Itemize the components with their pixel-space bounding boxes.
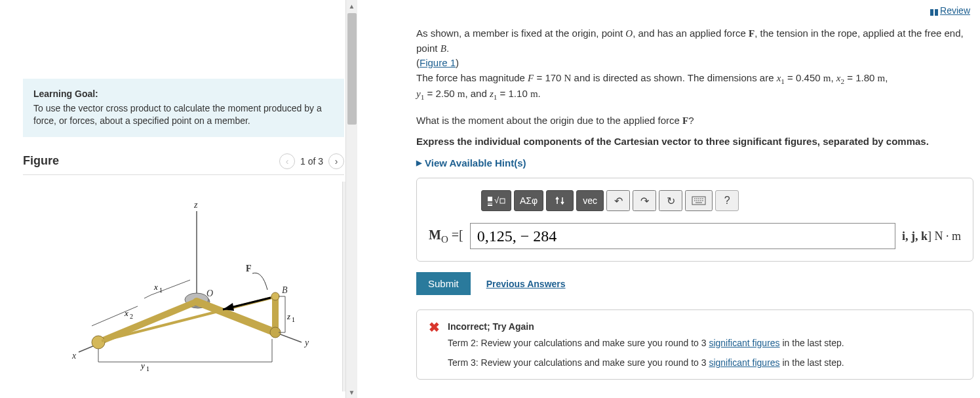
svg-rect-41 [488, 205, 492, 206]
feedback-term2: Term 2: Review your calculations and mak… [448, 336, 961, 350]
sigfig-link[interactable]: significant figures [709, 357, 779, 368]
equation-toolbar: √ ΑΣφ vec ↶ ↷ ↻ ? [481, 190, 961, 211]
fraction-root-icon: √ [487, 195, 505, 207]
svg-rect-43 [500, 199, 505, 203]
question-text: What is the moment about the origin due … [416, 115, 973, 127]
left-scrollbar[interactable]: ▲ ▼ [345, 0, 357, 398]
keyboard-button[interactable] [685, 190, 713, 211]
reset-button[interactable]: ↻ [659, 190, 682, 211]
svg-rect-39 [488, 197, 492, 201]
right-panel: Review As shown, a member is fixed at th… [357, 0, 980, 398]
left-panel: Learning Goal: To use the vector cross p… [0, 0, 357, 398]
figure-header: Figure ‹ 1 of 3 › [23, 153, 344, 175]
view-hints-toggle[interactable]: ▶ View Available Hint(s) [416, 157, 973, 169]
svg-point-15 [271, 292, 279, 300]
scroll-up-icon[interactable]: ▲ [346, 0, 357, 12]
svg-text:1: 1 [292, 316, 295, 323]
answer-box: √ ΑΣφ vec ↶ ↷ ↻ ? MO =[ i, j, k] N · m [416, 178, 973, 262]
svg-text:B: B [282, 285, 288, 295]
figure-prev-button[interactable]: ‹ [279, 153, 295, 169]
learning-goal-title: Learning Goal: [33, 88, 334, 101]
answer-unit: i, j, k] N · m [902, 229, 961, 243]
submit-button[interactable]: Submit [416, 272, 471, 295]
svg-text:z: z [193, 200, 198, 210]
figure-counter: 1 of 3 [300, 156, 323, 167]
subscript-button[interactable] [546, 190, 574, 211]
feedback-body: Incorrect; Try Again Term 2: Review your… [448, 319, 961, 370]
previous-answers-link[interactable]: Previous Answers [486, 279, 566, 289]
review-icon [930, 7, 938, 14]
redo-icon: ↷ [640, 195, 649, 207]
svg-line-23 [144, 295, 151, 298]
svg-point-13 [92, 336, 105, 349]
feedback-box: ✖ Incorrect; Try Again Term 2: Review yo… [416, 309, 973, 380]
redo-button[interactable]: ↷ [633, 190, 656, 211]
svg-text:1: 1 [146, 365, 149, 372]
sigfig-link[interactable]: significant figures [709, 338, 779, 348]
incorrect-icon: ✖ [429, 319, 440, 370]
svg-rect-37 [930, 9, 933, 16]
hints-label: View Available Hint(s) [425, 157, 526, 169]
learning-goal-text: To use the vector cross product to calcu… [33, 102, 334, 128]
scroll-down-icon[interactable]: ▼ [346, 386, 357, 398]
help-button[interactable]: ? [715, 190, 739, 211]
svg-text:z: z [286, 311, 290, 321]
learning-goal-box: Learning Goal: To use the vector cross p… [23, 79, 344, 137]
feedback-term3: Term 3: Review your calculations and mak… [448, 355, 961, 370]
undo-icon: ↶ [614, 195, 623, 207]
keyboard-icon [692, 196, 706, 205]
svg-text:x: x [124, 308, 128, 318]
svg-line-12 [98, 302, 197, 342]
scroll-thumb[interactable] [347, 13, 357, 125]
svg-rect-38 [935, 9, 938, 16]
feedback-title: Incorrect; Try Again [448, 319, 961, 334]
instruction-text: Express the individual components of the… [416, 136, 973, 147]
svg-marker-18 [223, 303, 234, 311]
answer-line: MO =[ i, j, k] N · m [429, 223, 961, 249]
review-label: Review [940, 5, 970, 16]
figure-area: z x y O B F x1 [23, 182, 344, 391]
undo-button[interactable]: ↶ [606, 190, 630, 211]
reset-icon: ↻ [667, 195, 675, 207]
svg-text:O: O [206, 289, 213, 298]
figure-1-link[interactable]: Figure 1 [420, 57, 456, 68]
svg-text:x: x [71, 351, 77, 361]
figure-diagram: z x y O B F x1 [52, 198, 315, 375]
submit-row: Submit Previous Answers [416, 272, 973, 295]
figure-next-button[interactable]: › [328, 153, 344, 169]
review-link[interactable]: Review [930, 5, 970, 16]
answer-label: MO =[ [429, 228, 463, 245]
svg-text:x: x [153, 282, 158, 292]
greek-button[interactable]: ΑΣφ [514, 190, 543, 211]
figure-nav: ‹ 1 of 3 › [279, 153, 344, 169]
arrows-updown-icon [554, 195, 566, 206]
problem-statement: As shown, a member is fixed at the origi… [416, 26, 973, 103]
answer-input[interactable] [470, 223, 895, 249]
vec-button[interactable]: vec [576, 190, 604, 211]
svg-text:√: √ [494, 195, 500, 205]
templates-button[interactable]: √ [481, 190, 511, 211]
svg-text:1: 1 [159, 287, 163, 294]
svg-text:2: 2 [130, 313, 133, 320]
chevron-right-icon: ▶ [416, 159, 421, 167]
svg-text:y: y [304, 338, 309, 348]
svg-text:F: F [246, 264, 252, 273]
figure-title: Figure [23, 154, 59, 168]
